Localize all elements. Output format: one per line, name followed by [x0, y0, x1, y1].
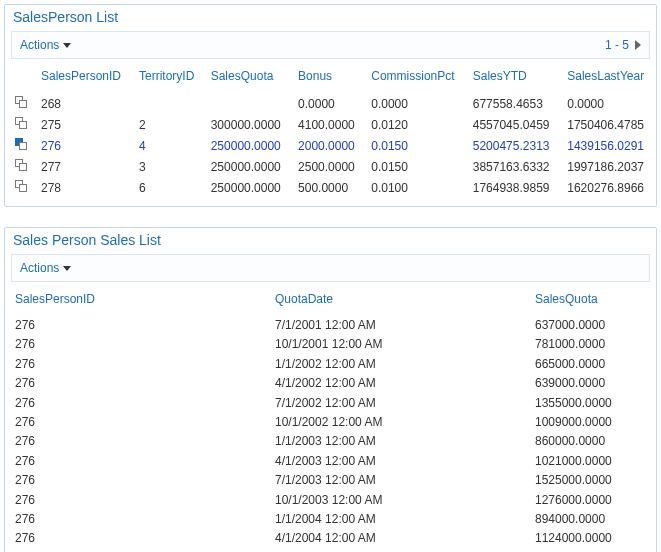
cell-commissionpct: 0.0120 [365, 114, 467, 135]
column-header-quotadate[interactable]: QuotaDate [271, 288, 531, 316]
table-row[interactable]: 27610/1/2003 12:00 AM1276000.0000 [11, 491, 650, 510]
actions-menu[interactable]: Actions [20, 261, 71, 275]
table-row[interactable]: 2761/1/2003 12:00 AM860000.0000 [11, 432, 650, 451]
cell-salespersonid: 276 [35, 135, 133, 156]
cell-saleslastyear: 1750406.4785 [561, 114, 656, 135]
cell-salespersonid: 277 [35, 156, 133, 177]
row-edit-icon[interactable] [15, 117, 29, 129]
table-row[interactable]: 2786250000.0000500.00000.01001764938.985… [5, 177, 656, 198]
table-row[interactable]: 2761/1/2004 12:00 AM894000.0000 [11, 510, 650, 529]
cell-salesquota: 1124000.0000 [531, 529, 650, 548]
cell-salespersonid: 276 [11, 335, 271, 354]
cell-salespersonid: 276 [11, 413, 271, 432]
caret-down-icon [63, 266, 71, 271]
cell-territoryid: 3 [133, 156, 205, 177]
cell-commissionpct: 0.0150 [365, 135, 467, 156]
table-row[interactable]: 2764/1/2002 12:00 AM639000.0000 [11, 374, 650, 393]
table-row[interactable]: 2767/1/2001 12:00 AM637000.0000 [11, 316, 650, 335]
sales-detail-toolbar: Actions [11, 254, 650, 282]
row-edit-icon[interactable] [15, 159, 29, 171]
cell-quotadate: 7/1/2001 12:00 AM [271, 316, 531, 335]
cell-salespersonid: 276 [11, 394, 271, 413]
cell-salesquota: 1525000.0000 [531, 471, 650, 490]
actions-menu[interactable]: Actions [20, 38, 71, 52]
cell-salesquota: 894000.0000 [531, 510, 650, 529]
column-header-salesquota[interactable]: SalesQuota [531, 288, 650, 316]
cell-salesquota: 665000.0000 [531, 355, 650, 374]
pagination-range: 1 - 5 [605, 38, 629, 52]
column-header-salespersonid[interactable]: SalesPersonID [11, 288, 271, 316]
cell-salesquota: 860000.0000 [531, 432, 650, 451]
salesperson-list-title: SalesPerson List [5, 5, 656, 31]
column-header-saleslastyear[interactable]: SalesLastYear [561, 65, 656, 93]
cell-quotadate: 10/1/2001 12:00 AM [271, 335, 531, 354]
sales-person-sales-list-region: Sales Person Sales List Actions SalesPer… [4, 227, 657, 552]
cell-quotadate: 1/1/2003 12:00 AM [271, 432, 531, 451]
row-edit-icon[interactable] [15, 138, 29, 150]
cell-salespersonid: 276 [11, 355, 271, 374]
cell-salespersonid: 276 [11, 471, 271, 490]
cell-salesquota: 1021000.0000 [531, 452, 650, 471]
column-header-salesytd[interactable]: SalesYTD [467, 65, 561, 93]
cell-salespersonid: 268 [35, 93, 133, 114]
table-row[interactable]: 27610/1/2001 12:00 AM781000.0000 [11, 335, 650, 354]
table-row[interactable]: 2680.00000.0000677558.46530.0000 [5, 93, 656, 114]
cell-salesquota: 250000.0000 [205, 156, 292, 177]
cell-commissionpct: 0.0150 [365, 156, 467, 177]
cell-bonus: 2000.0000 [292, 135, 365, 156]
cell-salesytd: 1764938.9859 [467, 177, 561, 198]
salesperson-table: SalesPersonIDTerritoryIDSalesQuotaBonusC… [5, 65, 656, 198]
cell-bonus: 4100.0000 [292, 114, 365, 135]
table-row[interactable]: 27610/1/2002 12:00 AM1009000.0000 [11, 413, 650, 432]
paginator: 1 - 5 [605, 38, 641, 52]
cell-quotadate: 4/1/2004 12:00 AM [271, 529, 531, 548]
column-header-commissionpct[interactable]: CommissionPct [365, 65, 467, 93]
salesperson-list-region: SalesPerson List Actions 1 - 5 SalesPers… [4, 4, 657, 207]
sales-detail-table: SalesPersonIDQuotaDateSalesQuota 2767/1/… [11, 288, 650, 549]
cell-quotadate: 4/1/2002 12:00 AM [271, 374, 531, 393]
column-header-territoryid[interactable]: TerritoryID [133, 65, 205, 93]
cell-salespersonid: 276 [11, 374, 271, 393]
cell-quotadate: 7/1/2003 12:00 AM [271, 471, 531, 490]
cell-territoryid [133, 93, 205, 114]
cell-saleslastyear: 1997186.2037 [561, 156, 656, 177]
row-edit-icon[interactable] [15, 96, 29, 108]
column-header-bonus[interactable]: Bonus [292, 65, 365, 93]
cell-salespersonid: 276 [11, 452, 271, 471]
cell-salesquota: 300000.0000 [205, 114, 292, 135]
cell-quotadate: 1/1/2004 12:00 AM [271, 510, 531, 529]
cell-quotadate: 1/1/2002 12:00 AM [271, 355, 531, 374]
table-row[interactable]: 2761/1/2002 12:00 AM665000.0000 [11, 355, 650, 374]
cell-commissionpct: 0.0100 [365, 177, 467, 198]
sales-person-sales-list-title: Sales Person Sales List [5, 228, 656, 254]
cell-territoryid: 4 [133, 135, 205, 156]
salesperson-toolbar: Actions 1 - 5 [11, 31, 650, 59]
table-row[interactable]: 2767/1/2002 12:00 AM1355000.0000 [11, 394, 650, 413]
cell-salesquota [205, 93, 292, 114]
table-row[interactable]: 2764250000.00002000.00000.01505200475.23… [5, 135, 656, 156]
cell-saleslastyear: 1439156.0291 [561, 135, 656, 156]
column-header-salesquota[interactable]: SalesQuota [205, 65, 292, 93]
cell-salesquota: 250000.0000 [205, 177, 292, 198]
next-page-icon[interactable] [635, 40, 641, 50]
cell-salesytd: 5200475.2313 [467, 135, 561, 156]
cell-territoryid: 6 [133, 177, 205, 198]
actions-label: Actions [20, 261, 59, 275]
cell-salesquota: 1276000.0000 [531, 491, 650, 510]
cell-salespersonid: 276 [11, 491, 271, 510]
table-row[interactable]: 2767/1/2003 12:00 AM1525000.0000 [11, 471, 650, 490]
column-header-salespersonid[interactable]: SalesPersonID [35, 65, 133, 93]
cell-bonus: 2500.0000 [292, 156, 365, 177]
cell-salesquota: 639000.0000 [531, 374, 650, 393]
cell-salesquota: 781000.0000 [531, 335, 650, 354]
cell-salespersonid: 275 [35, 114, 133, 135]
table-row[interactable]: 2764/1/2003 12:00 AM1021000.0000 [11, 452, 650, 471]
table-row[interactable]: 2773250000.00002500.00000.01503857163.63… [5, 156, 656, 177]
table-row[interactable]: 2752300000.00004100.00000.01204557045.04… [5, 114, 656, 135]
cell-salespersonid: 276 [11, 432, 271, 451]
caret-down-icon [63, 43, 71, 48]
cell-salesquota: 250000.0000 [205, 135, 292, 156]
cell-territoryid: 2 [133, 114, 205, 135]
row-edit-icon[interactable] [15, 180, 29, 192]
table-row[interactable]: 2764/1/2004 12:00 AM1124000.0000 [11, 529, 650, 548]
